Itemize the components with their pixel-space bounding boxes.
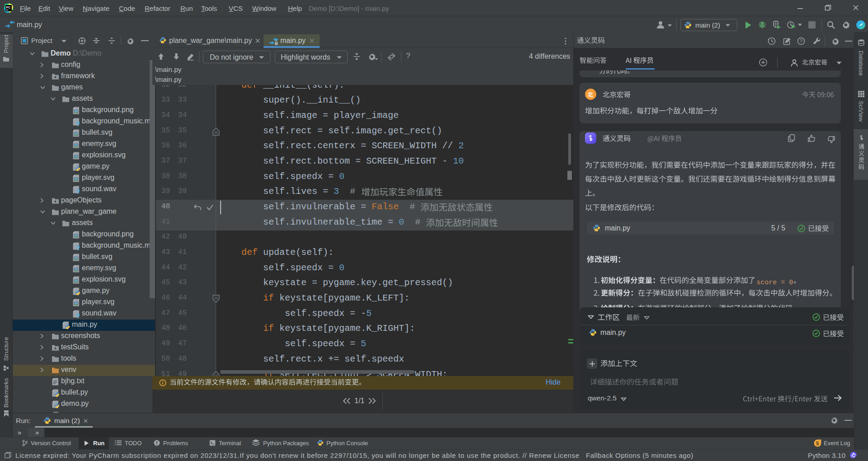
svg-text:PC: PC [6,6,11,9]
svg-text:5: 5 [816,441,819,446]
svg-text:?: ? [800,38,802,44]
